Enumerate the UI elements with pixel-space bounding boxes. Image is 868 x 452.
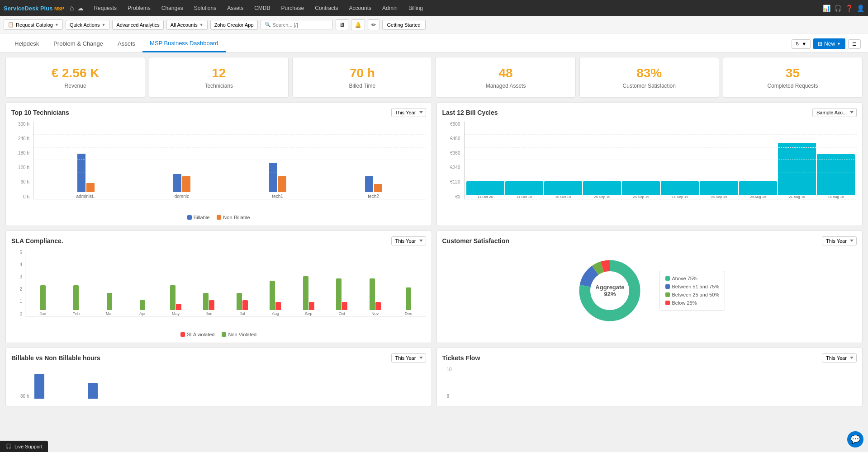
home-icon[interactable]: ⌂ [70,4,74,12]
sla-mar: Mar [94,293,125,316]
nav-problems[interactable]: Problems [123,0,155,16]
sla-violated-dot [180,332,185,337]
bar-label-tech2: tech2 [368,194,379,199]
customer-satisfaction-label: Customer Satisfaction [584,83,714,89]
sla-legend: SLA violated Non Violated [11,332,426,337]
help-icon[interactable]: ❓ [845,5,853,12]
sla-bar-oct-red [342,302,347,310]
nav-accounts[interactable]: Accounts [345,0,376,16]
bar-tech2-billable [365,176,373,192]
bill-bar-oct20: 11 Oct 20 [466,181,504,199]
bill-grid-4 [465,173,857,173]
bar-tech2-nonbillable [374,184,382,192]
pencil-icon-btn[interactable]: ✏ [368,19,379,30]
last12-filter[interactable]: Sample Acc... [812,108,857,117]
billable-label: Billable [194,215,209,220]
sla-sep: Sep [293,276,324,316]
technicians-value: 12 [154,66,284,81]
sla-bar-may-green [170,285,175,310]
above75-label: Above 75% [672,276,697,281]
nav-solutions[interactable]: Solutions [190,0,221,16]
sla-nov: Nov [360,278,391,316]
bar-oct19a [505,181,543,195]
nav-admin[interactable]: Admin [378,0,402,16]
top10-technicians-card: Top 10 Technicians This Year 300 h 240 h… [5,102,432,226]
getting-started-btn[interactable]: Getting Started [382,20,426,30]
nav-requests[interactable]: Requests [89,0,121,16]
refresh-btn[interactable]: ↻ ▼ [792,39,811,49]
bar-aug28 [739,181,777,195]
bill-bar-aug21: 21 Aug 19 [778,143,816,199]
sla-chart: 5 4 3 2 1 0 Jan [11,250,426,329]
billed-time-value: 70 h [297,66,427,81]
csat-title: Customer Satisfaction [442,237,510,245]
nav-purchase[interactable]: Purchase [277,0,309,16]
nav-changes[interactable]: Changes [157,0,188,16]
menu-btn[interactable]: ☰ [848,39,861,49]
sla-chart-area: Jan Feb Mar [25,250,426,316]
bar-group-administ: administ.. [43,154,129,199]
sla-y-labels: 5 4 3 2 1 0 [11,250,23,316]
cloud-icon[interactable]: ☁ [77,5,84,12]
bill-grid-1 [465,134,857,135]
legend-non-violated: Non Violated [222,332,256,337]
technicians-label: Technicians [154,83,284,89]
search-box[interactable]: 🔍 [261,20,333,29]
nav-assets[interactable]: Assets [223,0,248,16]
nav-billing[interactable]: Billing [404,0,427,16]
customer-satisfaction-card: Customer Satisfaction This Year [436,231,863,343]
bar-label-administ: administ.. [76,194,96,199]
bill-bar-sep04: 04 Sep 19 [700,181,738,199]
top10-legend: Billable Non-Billable [11,215,426,220]
billable-nonbillable-card: Billable vs Non Billable hours This Year… [5,348,432,406]
new-btn[interactable]: ⊞ New ▼ [813,38,845,49]
bill-bar-oct19a: 11 Oct 19 [505,181,543,199]
nonbillable-dot [217,215,221,220]
tab-msp-business-dashboard[interactable]: MSP Business Dashboard [142,35,226,52]
nav-contracts[interactable]: Contracts [310,0,342,16]
sla-label-may: May [172,311,180,316]
bell-icon-btn[interactable]: 🔔 [351,19,365,30]
bill-bar-sep25: 25 Sep 19 [583,181,621,199]
billable-bar-blue [34,374,44,399]
stat-billed-time: 70 h Billed Time [292,57,432,98]
legend-billable: Billable [187,215,209,220]
monitor-icon-btn[interactable]: 🖥 [336,19,348,30]
sla-jan: Jan [27,285,58,316]
tab-problem-change[interactable]: Problem & Change [46,36,110,52]
search-input[interactable] [273,22,327,28]
bar-label-domnic: domnic [175,194,189,199]
sla-label-mar: Mar [106,311,113,316]
y-axis-labels: 300 h 240 h 180 h 120 h 60 h 0 h [11,122,31,199]
sla-compliance-card: SLA Compliance. This Year 5 4 3 2 1 0 [5,231,432,343]
quick-actions-btn[interactable]: Quick Actions ▼ [66,20,110,30]
csat-filter[interactable]: This Year [822,236,857,245]
sla-filter[interactable]: This Year [391,236,426,245]
stat-revenue: € 2.56 K Revenue [5,57,145,98]
last12-header: Last 12 Bill Cycles Sample Acc... [442,108,857,117]
billable-bar-blue2 [88,383,98,399]
headset-icon[interactable]: 🎧 [834,5,842,12]
bar-aug14 [817,154,855,195]
all-accounts-btn[interactable]: All Accounts ▼ [166,20,208,30]
chart-icon[interactable]: 📊 [823,5,830,12]
bar-administ-nonbillable [86,183,95,192]
advanced-analytics-btn[interactable]: Advanced Analytics [112,20,163,30]
tickets-filter[interactable]: This Year [822,353,857,363]
donut-container: Aggregate 92% Above 75% Between 51 and 7… [442,250,857,331]
bar-group-tech1: tech1 [234,163,321,199]
tab-helpdesk[interactable]: Helpdesk [7,36,46,52]
stat-managed-assets: 48 Managed Assets [436,57,575,98]
sla-apr: Apr [127,300,158,316]
user-icon[interactable]: 👤 [857,5,864,12]
zoho-creator-btn[interactable]: Zoho Creator App [210,20,258,30]
billable-filter[interactable]: This Year [391,353,426,363]
below25-label: Below 25% [672,300,697,306]
legend-25-50: Between 25 and 50% [665,292,719,297]
nav-cmdb[interactable]: CMDB [250,0,275,16]
top10-filter[interactable]: This Year [391,108,426,117]
last12-bill-cycles-card: Last 12 Bill Cycles Sample Acc... €600 €… [436,102,863,226]
request-catalog-btn[interactable]: 📋 Request Catalog ▼ [4,19,63,30]
below25-dot [665,301,670,305]
tab-assets[interactable]: Assets [110,36,142,52]
